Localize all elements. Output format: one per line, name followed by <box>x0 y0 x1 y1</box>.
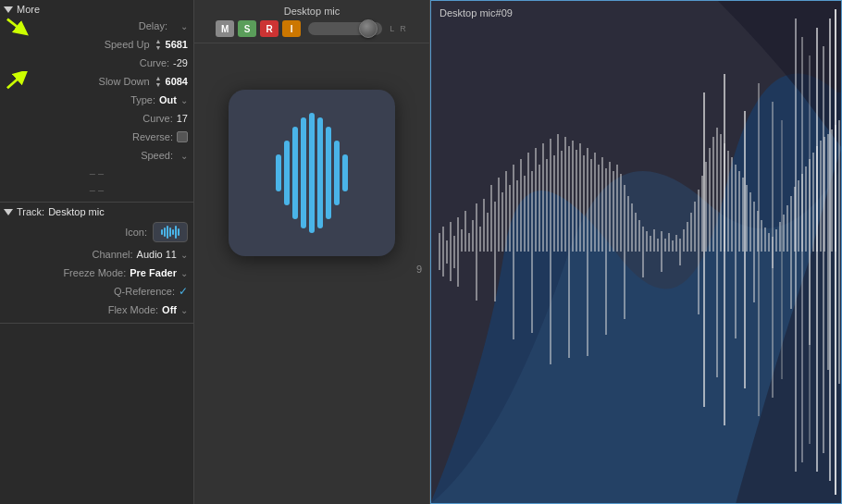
more-section: More Delay: ⌄ Speed Up ▲▼ 5681 <box>0 0 193 203</box>
waveform-svg <box>430 0 842 504</box>
type-value: Out <box>159 94 177 105</box>
reverse-label: Reverse: <box>132 131 173 142</box>
channel-chevron-icon: ⌄ <box>180 250 188 260</box>
type-label: Type: <box>130 94 155 105</box>
reverse-checkbox[interactable] <box>177 131 188 142</box>
speed-up-value: 5681 <box>166 39 188 50</box>
controls-row: M S R I L R <box>216 20 408 37</box>
curve1-label: Curve: <box>140 57 169 68</box>
marker-9: 9 <box>416 264 422 275</box>
curve2-row: Curve: 17 <box>0 109 193 128</box>
icon-waveform-mini <box>161 226 180 239</box>
waveform-bar-5 <box>309 113 315 233</box>
track-triangle-icon <box>4 209 13 215</box>
track-name: Desktop mic <box>48 206 105 217</box>
waveform-bar-1 <box>276 154 281 191</box>
speed-up-label: Speed Up <box>105 39 150 50</box>
lr-label: L R <box>390 24 408 33</box>
dash-text-2: – – <box>90 184 104 195</box>
fader-thumb <box>359 19 378 38</box>
icon-thumbnail[interactable] <box>153 222 188 242</box>
more-label: More <box>17 4 40 15</box>
q-reference-checkmark: ✓ <box>179 285 188 298</box>
waveform-bar-2 <box>284 141 290 205</box>
middle-track-title: Desktop mic <box>284 6 341 17</box>
q-reference-row: Q-Reference: ✓ <box>0 282 193 301</box>
record-button[interactable]: R <box>260 20 279 37</box>
icon-row: Icon: <box>0 219 193 245</box>
delay-chevron-icon: ⌄ <box>180 21 188 31</box>
curve1-row: Curve: -29 <box>0 54 193 72</box>
track-section: Track: Desktop mic Icon: Channel: A <box>0 203 193 324</box>
dash-row-1: – – <box>0 165 193 181</box>
curve1-value: -29 <box>173 57 188 68</box>
mute-button[interactable]: M <box>216 20 234 37</box>
q-reference-label: Q-Reference: <box>114 286 175 297</box>
delay-label: Delay: <box>6 20 173 31</box>
more-section-header[interactable]: More <box>0 0 193 17</box>
waveform-bar-8 <box>334 141 340 205</box>
svg-line-1 <box>7 75 23 89</box>
solo-button[interactable]: S <box>238 20 256 37</box>
yellow-arrow-down-icon <box>4 16 30 36</box>
channel-label: Channel: <box>93 249 133 260</box>
waveform-bar-4 <box>301 117 306 228</box>
speed-up-row: Speed Up ▲▼ 5681 <box>0 35 193 54</box>
middle-panel: Desktop mic M S R I L R 9 <box>194 0 430 504</box>
waveform-icon-inner <box>276 113 348 233</box>
speed-chevron-icon: ⌄ <box>180 151 188 161</box>
slow-down-value: 6084 <box>166 76 188 87</box>
dash-text-1: – – <box>90 167 104 178</box>
track-header-bar: Desktop mic M S R I L R <box>194 0 429 43</box>
left-panel: More Delay: ⌄ Speed Up ▲▼ 5681 <box>0 0 194 504</box>
type-row: Type: Out ⌄ <box>0 91 193 109</box>
reverse-row: Reverse: <box>0 128 193 146</box>
flex-mode-value: Off <box>162 304 177 315</box>
speed-up-stepper[interactable]: ▲▼ <box>155 38 162 51</box>
freeze-chevron-icon: ⌄ <box>180 268 188 278</box>
track-header-label: Track: <box>17 206 44 217</box>
yellow-arrow-up-icon <box>4 71 30 92</box>
curve2-label: Curve: <box>142 113 172 124</box>
svg-line-0 <box>7 19 23 31</box>
volume-fader[interactable] <box>308 22 382 35</box>
curve2-value: 17 <box>177 113 188 124</box>
delay-row: Delay: ⌄ <box>0 17 193 35</box>
more-triangle-icon <box>4 6 13 13</box>
speed-label: Speed: <box>6 150 173 161</box>
type-chevron-icon: ⌄ <box>180 95 188 105</box>
slow-down-row: Slow Down ▲▼ 6084 <box>0 72 193 91</box>
flex-mode-row: Flex Mode: Off ⌄ <box>0 301 193 319</box>
slow-down-label: Slow Down <box>99 76 150 87</box>
track-section-header[interactable]: Track: Desktop mic <box>0 203 193 219</box>
waveform-icon-box <box>229 90 395 256</box>
channel-value: Audio 11 <box>137 249 177 260</box>
freeze-mode-row: Freeze Mode: Pre Fader ⌄ <box>0 264 193 282</box>
input-monitor-button[interactable]: I <box>282 20 301 37</box>
waveform-bar-9 <box>342 154 348 191</box>
flex-mode-label: Flex Mode: <box>108 304 158 315</box>
icon-label: Icon: <box>6 227 147 238</box>
freeze-mode-value: Pre Fader <box>130 267 177 278</box>
slow-down-stepper[interactable]: ▲▼ <box>155 75 162 88</box>
flex-chevron-icon: ⌄ <box>180 305 188 315</box>
right-panel: Desktop mic#09 <box>430 0 842 504</box>
waveform-bar-3 <box>292 127 298 219</box>
speed-row: Speed: ⌄ <box>0 146 193 165</box>
channel-row: Channel: Audio 11 ⌄ <box>0 245 193 264</box>
dash-row-2: – – <box>0 181 193 198</box>
waveform-region-label: Desktop mic#09 <box>440 7 513 18</box>
waveform-bar-6 <box>317 117 323 228</box>
waveform-bar-7 <box>326 127 331 219</box>
freeze-mode-label: Freeze Mode: <box>63 267 126 278</box>
